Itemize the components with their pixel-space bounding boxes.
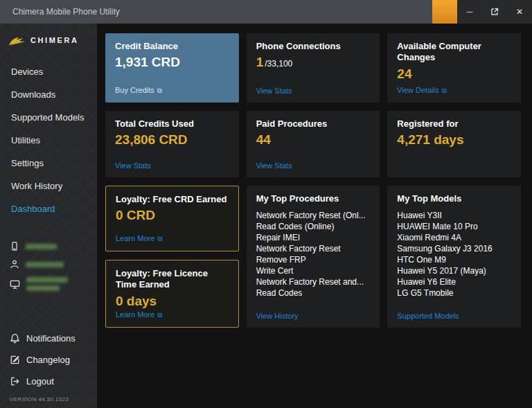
changelog-button[interactable]: Changelog: [10, 349, 97, 371]
logout-label: Logout: [26, 376, 54, 387]
minimize-button[interactable]: ─: [457, 0, 482, 24]
notifications-label: Notifications: [26, 333, 76, 344]
user-info-row: [10, 259, 97, 269]
sidebar-item-supported-models[interactable]: Supported Models: [0, 106, 97, 129]
card-title: Available Computer Changes: [397, 41, 511, 64]
bell-icon: [10, 333, 20, 344]
list-item: Network Factory Reset and...: [256, 276, 371, 287]
loyalty-crd-value: 0 CRD: [116, 209, 229, 223]
credit-balance-card: Credit Balance 1,931 CRD Buy Credits⧉: [105, 33, 239, 103]
window-controls: ─ ✕: [432, 0, 532, 24]
brand: CHIMERA: [0, 24, 97, 55]
card-title: Phone Connections: [256, 41, 371, 52]
credit-balance-value: 1,931 CRD: [115, 55, 229, 70]
sidebar-item-dashboard[interactable]: Dashboard: [0, 197, 97, 220]
redacted-text: [26, 277, 68, 283]
card-title: Credit Balance: [115, 41, 229, 52]
view-stats-link[interactable]: View Stats: [256, 87, 371, 95]
list-item: Read Codes (Online): [256, 221, 371, 232]
close-icon: ✕: [516, 7, 523, 17]
phone-connections-card: Phone Connections 1/33,100 View Stats: [247, 33, 380, 103]
changelog-icon: [10, 355, 20, 365]
list-item: Read Codes: [256, 287, 371, 299]
credits-used-card: Total Credits Used 23,806 CRD View Stats: [105, 111, 239, 177]
buy-credits-link[interactable]: Buy Credits⧉: [115, 86, 229, 95]
top-procedures-card: My Top Procedures Network Factory Reset …: [247, 186, 380, 328]
registered-card: Registered for 4,271 days: [387, 111, 521, 177]
loyalty-stack: Loyalty: Free CRD Earned 0 CRD Learn Mor…: [105, 186, 239, 328]
view-stats-link[interactable]: View Stats: [256, 161, 371, 170]
loyalty-time-card: Loyalty: Free Licence Time Earned 0 days…: [105, 260, 239, 328]
view-history-link[interactable]: View History: [256, 312, 371, 320]
learn-more-link[interactable]: Learn More⧉: [116, 310, 229, 319]
sidebar-item-downloads[interactable]: Downloads: [0, 83, 97, 106]
list-item: Huawei Y3II: [397, 210, 511, 221]
window-title: Chimera Mobile Phone Utility: [0, 7, 432, 17]
view-stats-link[interactable]: View Stats: [115, 161, 229, 170]
sidebar-item-settings[interactable]: Settings: [0, 152, 97, 175]
list-item: Huawei Y6 Elite: [397, 276, 511, 287]
computer-icon: [10, 279, 20, 290]
close-button[interactable]: ✕: [507, 0, 532, 24]
learn-more-link[interactable]: Learn More⧉: [116, 234, 229, 243]
card-title: Loyalty: Free CRD Earned: [116, 194, 229, 205]
credits-used-value: 23,806 CRD: [115, 133, 229, 148]
phone-icon: [10, 241, 19, 251]
changelog-label: Changelog: [26, 355, 70, 365]
notifications-button[interactable]: Notifications: [10, 328, 97, 349]
computer-changes-value: 24: [397, 67, 511, 82]
popout-button[interactable]: [482, 0, 507, 24]
redacted-text: [26, 244, 57, 249]
list-item: HUAWEI Mate 10 Pro: [397, 221, 511, 232]
sidebar-item-utilities[interactable]: Utilities: [0, 129, 97, 152]
card-title: My Top Procedures: [256, 193, 371, 204]
external-link-icon: ⧉: [157, 87, 162, 94]
user-info-row: [10, 277, 97, 291]
titlebar: Chimera Mobile Phone Utility ─ ✕: [0, 0, 532, 24]
external-link-icon: ⧉: [157, 235, 162, 242]
paid-procedures-card: Paid Procedures 44 View Stats: [247, 111, 380, 177]
supported-models-link[interactable]: Supported Models: [397, 312, 511, 320]
loyalty-time-value: 0 days: [116, 294, 229, 309]
list-item: HTC One M9: [397, 254, 511, 265]
card-title: Loyalty: Free Licence Time Earned: [116, 268, 229, 291]
sidebar-item-devices[interactable]: Devices: [0, 60, 97, 83]
top-models-card: My Top Models Huawei Y3IIHUAWEI Mate 10 …: [387, 186, 521, 328]
app-window: Chimera Mobile Phone Utility ─ ✕: [0, 0, 532, 408]
top-models-list: Huawei Y3IIHUAWEI Mate 10 ProXiaomi Redm…: [397, 210, 511, 299]
redacted-text: [26, 262, 64, 267]
list-item: Xiaomi Redmi 4A: [397, 232, 511, 243]
external-link-icon: ⧉: [442, 87, 447, 94]
sidebar-nav: Devices Downloads Supported Models Utili…: [0, 60, 97, 220]
list-item: Remove FRP: [256, 254, 371, 265]
top-procedures-list: Network Factory Reset (Onl...Read Codes …: [256, 210, 371, 299]
logout-button[interactable]: Logout: [10, 371, 97, 392]
list-item: LG G5 Tmobile: [397, 287, 511, 299]
brand-name: CHIMERA: [30, 36, 79, 44]
card-title: Total Credits Used: [115, 118, 229, 130]
computer-changes-card: Available Computer Changes 24 View Detai…: [387, 33, 521, 103]
user-icon: [10, 259, 19, 269]
view-details-link[interactable]: View Details⧉: [397, 86, 511, 95]
card-title: My Top Models: [397, 193, 511, 204]
chimera-logo-icon: [8, 34, 26, 46]
list-item: Samsung Galaxy J3 2016: [397, 243, 511, 254]
registered-value: 4,271 days: [397, 133, 511, 148]
version-label: VERSION 44.50.1523: [0, 392, 97, 408]
list-item: Write Cert: [256, 265, 371, 276]
list-item: Huawei Y5 2017 (Maya): [397, 265, 511, 276]
redacted-text: [26, 285, 60, 291]
card-title: Registered for: [397, 118, 511, 130]
sidebar: CHIMERA Devices Downloads Supported Mode…: [0, 24, 97, 408]
dashboard-main: Credit Balance 1,931 CRD Buy Credits⧉ Ph…: [97, 24, 532, 408]
titlebar-accent: [432, 0, 457, 24]
list-item: Network Factory Reset: [256, 243, 371, 254]
sidebar-item-work-history[interactable]: Work History: [0, 175, 97, 197]
popout-icon: [490, 8, 499, 16]
sidebar-footer: Notifications Changelog Logout: [0, 328, 97, 392]
list-item: Repair IMEI: [256, 232, 371, 243]
card-title: Paid Procedures: [256, 118, 371, 130]
phone-connections-value: 1/33,100: [256, 55, 371, 70]
external-link-icon: ⧉: [157, 311, 162, 319]
list-item: Network Factory Reset (Onl...: [256, 210, 371, 221]
